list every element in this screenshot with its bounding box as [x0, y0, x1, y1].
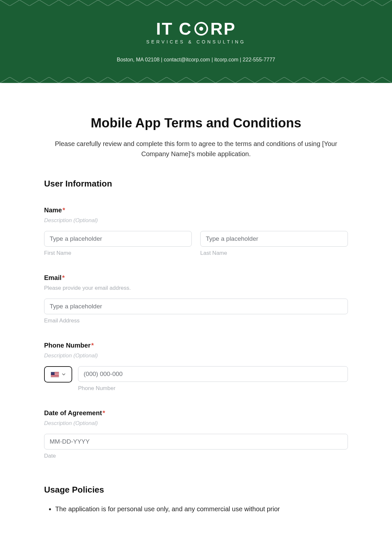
us-flag-icon	[51, 372, 59, 377]
last-name-sublabel: Last Name	[200, 250, 348, 256]
phone-description: Description (Optional)	[44, 352, 348, 359]
date-input[interactable]	[44, 434, 348, 449]
header-contact-line: Boston, MA 02108 | contact@itcorp.com | …	[0, 57, 392, 63]
chevron-down-icon	[62, 372, 66, 376]
date-sublabel: Date	[44, 453, 348, 459]
brand-tagline: SERVICES & CONSULTING	[0, 39, 392, 44]
page-intro: Please carefully review and complete thi…	[52, 139, 340, 159]
email-description: Please provide your email address.	[44, 285, 348, 291]
required-asterisk: *	[91, 342, 94, 349]
phone-number-input[interactable]	[78, 366, 348, 382]
field-phone: Phone Number* Description (Optional) Pho…	[44, 342, 348, 392]
brand-logo-right: RP	[210, 20, 236, 37]
required-asterisk: *	[103, 409, 105, 416]
date-label: Date of Agreement*	[44, 409, 348, 417]
brand-logo-o-icon	[194, 22, 208, 36]
page-header: IT C RP SERVICES & CONSULTING Boston, MA…	[0, 0, 392, 83]
name-label-text: Name	[44, 206, 62, 214]
name-label: Name*	[44, 206, 348, 214]
page-title: Mobile App Terms and Conditions	[44, 116, 348, 130]
email-label: Email*	[44, 274, 348, 282]
email-sublabel: Email Address	[44, 318, 348, 324]
email-input[interactable]	[44, 299, 348, 314]
phone-label: Phone Number*	[44, 342, 348, 349]
last-name-input[interactable]	[200, 231, 348, 247]
section-usage-policies: Usage Policies	[44, 485, 348, 495]
brand-logo: IT C RP	[156, 20, 236, 37]
phone-sublabel: Phone Number	[78, 385, 348, 392]
field-email: Email* Please provide your email address…	[44, 274, 348, 324]
required-asterisk: *	[62, 274, 65, 281]
date-description: Description (Optional)	[44, 420, 348, 427]
phone-label-text: Phone Number	[44, 342, 90, 349]
header-pattern-bottom	[0, 77, 392, 83]
usage-policies-list: The application is for personal use only…	[44, 504, 348, 514]
name-description: Description (Optional)	[44, 217, 348, 224]
first-name-sublabel: First Name	[44, 250, 192, 256]
field-name: Name* Description (Optional) First Name …	[44, 206, 348, 256]
usage-policy-item: The application is for personal use only…	[55, 504, 348, 514]
brand-logo-left: IT C	[156, 20, 192, 37]
country-code-selector[interactable]	[44, 366, 72, 383]
first-name-input[interactable]	[44, 231, 192, 247]
required-asterisk: *	[62, 206, 65, 214]
field-date: Date of Agreement* Description (Optional…	[44, 409, 348, 459]
date-label-text: Date of Agreement	[44, 409, 102, 416]
email-label-text: Email	[44, 274, 61, 281]
header-pattern-top	[0, 0, 392, 6]
section-user-information: User Information	[44, 179, 348, 189]
